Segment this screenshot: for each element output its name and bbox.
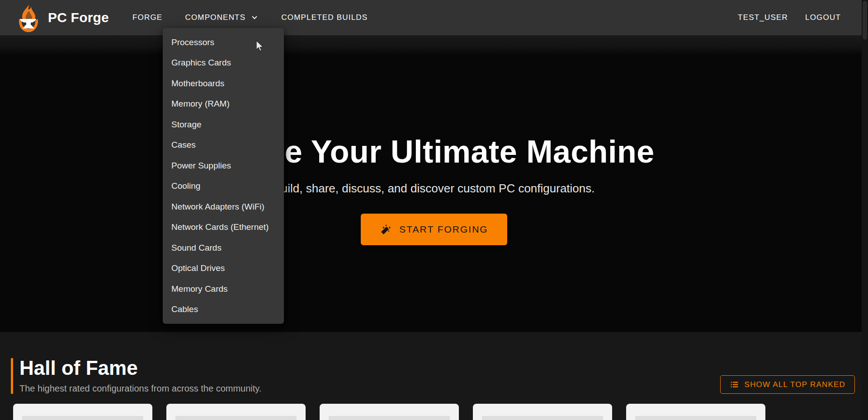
card-image-placeholder	[22, 416, 143, 420]
card-image-placeholder	[635, 416, 756, 420]
hall-of-fame-subtitle: The highest rated configurations from ac…	[19, 383, 261, 394]
card-image-placeholder	[482, 416, 603, 420]
build-card[interactable]	[166, 404, 306, 420]
hall-of-fame-section: Hall of Fame The highest rated configura…	[0, 332, 868, 420]
menu-item-memory-cards[interactable]: Memory Cards	[163, 279, 284, 299]
top-builds-card-row	[0, 394, 868, 420]
forge-anvil-flame-icon	[15, 4, 42, 34]
main-nav: FORGE COMPONENTS COMPLETED BUILDS	[132, 9, 368, 26]
hero-section: Forge Your Ultimate Machine Build, share…	[0, 35, 868, 332]
menu-item-network-cards-ethernet[interactable]: Network Cards (Ethernet)	[163, 217, 284, 238]
scrollbar[interactable]	[862, 0, 868, 420]
brand-name: PC Forge	[48, 10, 109, 25]
menu-item-power-supplies[interactable]: Power Supplies	[163, 155, 284, 176]
menu-item-network-adapters-wifi[interactable]: Network Adapters (WiFi)	[163, 196, 284, 217]
navbar-right: TEST_USER LOGOUT	[737, 9, 842, 26]
menu-item-graphics-cards[interactable]: Graphics Cards	[163, 53, 284, 74]
hall-of-fame-titles: Hall of Fame The highest rated configura…	[11, 358, 261, 394]
menu-item-motherboards[interactable]: Motherboards	[163, 73, 284, 94]
hall-of-fame-title: Hall of Fame	[19, 358, 261, 378]
hero-subtitle: Build, share, discuss, and discover cust…	[273, 182, 594, 196]
username-button[interactable]: TEST_USER	[737, 9, 789, 26]
menu-item-storage[interactable]: Storage	[163, 114, 284, 135]
hall-of-fame-header: Hall of Fame The highest rated configura…	[0, 332, 868, 394]
scrollbar-thumb[interactable]	[863, 1, 867, 40]
components-dropdown-menu: Processors Graphics Cards Motherboards M…	[163, 28, 284, 324]
start-forging-button[interactable]: START FORGING	[361, 214, 507, 245]
menu-item-processors[interactable]: Processors	[163, 32, 284, 53]
nav-link-components[interactable]: COMPONENTS	[184, 9, 259, 26]
brand-logo-home[interactable]: PC Forge	[15, 1, 109, 34]
card-image-placeholder	[329, 416, 450, 420]
build-card[interactable]	[626, 404, 765, 420]
menu-item-cables[interactable]: Cables	[163, 299, 284, 320]
list-icon	[730, 380, 739, 389]
logout-button[interactable]: LOGOUT	[804, 9, 842, 26]
menu-item-memory-ram[interactable]: Memory (RAM)	[163, 94, 284, 115]
menu-item-cases[interactable]: Cases	[163, 135, 284, 156]
build-card[interactable]	[473, 404, 612, 420]
nav-link-forge[interactable]: FORGE	[132, 9, 163, 26]
chevron-down-icon	[250, 14, 259, 22]
menu-item-sound-cards[interactable]: Sound Cards	[163, 238, 284, 258]
show-all-top-ranked-button[interactable]: SHOW ALL TOP RANKED	[720, 375, 855, 394]
card-image-placeholder	[175, 416, 297, 420]
build-card[interactable]	[13, 404, 152, 420]
top-navbar: PC Forge FORGE COMPONENTS COMPLETED BUIL…	[0, 0, 862, 35]
menu-item-optical-drives[interactable]: Optical Drives	[163, 258, 284, 279]
menu-item-cooling[interactable]: Cooling	[163, 176, 284, 197]
magic-wand-icon	[380, 224, 392, 236]
build-card[interactable]	[320, 404, 459, 420]
nav-link-completed-builds[interactable]: COMPLETED BUILDS	[280, 9, 368, 26]
